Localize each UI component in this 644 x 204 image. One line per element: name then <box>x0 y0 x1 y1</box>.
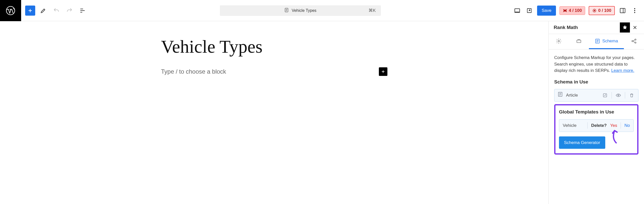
svg-point-9 <box>634 12 635 13</box>
editor-canvas[interactable]: Vehicle Types Type / to choose a block <box>0 21 548 204</box>
schema-generator-button[interactable]: Schema Generator <box>559 136 605 149</box>
document-title-bar[interactable]: Vehicle Types ⌘K <box>220 5 381 16</box>
add-block-button[interactable] <box>25 6 35 16</box>
svg-rect-2 <box>515 9 520 12</box>
svg-point-10 <box>558 40 559 42</box>
seo-score-2[interactable]: 0 / 100 <box>589 6 615 15</box>
close-sidebar-button[interactable] <box>630 22 640 33</box>
block-placeholder[interactable]: Type / to choose a block <box>161 68 226 75</box>
delete-schema-button[interactable] <box>628 92 635 99</box>
delete-yes-button[interactable]: Yes <box>610 122 617 129</box>
edit-schema-button[interactable] <box>601 92 609 99</box>
svg-point-5 <box>594 10 595 11</box>
tab-social[interactable] <box>624 34 644 49</box>
schema-in-use-heading: Schema in Use <box>554 78 638 86</box>
undo-button[interactable] <box>51 6 61 16</box>
svg-rect-6 <box>620 8 625 13</box>
document-overview-button[interactable] <box>77 6 88 16</box>
page-icon <box>284 8 289 14</box>
svg-point-7 <box>634 8 635 9</box>
save-button[interactable]: Save <box>537 6 556 16</box>
delete-prompt-label: Delete? <box>587 122 607 129</box>
inline-add-block-button[interactable] <box>379 67 387 76</box>
document-title-text: Vehicle Types <box>292 8 316 13</box>
options-menu-button[interactable] <box>630 6 639 15</box>
pin-sidebar-button[interactable] <box>620 22 630 33</box>
global-templates-highlight: Global Templates in Use Vehicle Delete? … <box>554 104 638 155</box>
template-name: Vehicle <box>563 122 577 129</box>
page-title[interactable]: Vehicle Types <box>161 36 387 57</box>
schema-icon <box>557 92 563 99</box>
redo-button[interactable] <box>64 6 74 16</box>
view-page-button[interactable] <box>525 6 534 15</box>
sidebar-toggle-button[interactable] <box>618 6 627 15</box>
delete-no-button[interactable]: No <box>621 122 630 129</box>
wordpress-logo[interactable] <box>0 0 21 21</box>
global-templates-heading: Global Templates in Use <box>559 108 634 116</box>
schema-item-label: Article <box>566 92 598 99</box>
sidebar-title: Rank Math <box>554 25 620 30</box>
preview-schema-button[interactable] <box>615 92 622 99</box>
keyboard-shortcut-label: ⌘K <box>369 8 376 13</box>
svg-point-18 <box>618 95 619 96</box>
tab-schema[interactable]: Schema <box>589 34 624 49</box>
learn-more-link[interactable]: Learn more. <box>611 68 634 73</box>
tab-advanced[interactable] <box>569 34 589 49</box>
edit-tool-button[interactable] <box>38 6 48 16</box>
seo-score-1[interactable]: 4 / 100 <box>559 6 585 15</box>
global-template-row: Vehicle Delete? Yes No <box>559 119 634 132</box>
tab-general[interactable] <box>549 34 569 49</box>
schema-item-article: Article <box>554 89 638 102</box>
device-preview-button[interactable] <box>513 6 521 15</box>
svg-rect-11 <box>577 40 581 43</box>
svg-point-8 <box>634 10 635 11</box>
